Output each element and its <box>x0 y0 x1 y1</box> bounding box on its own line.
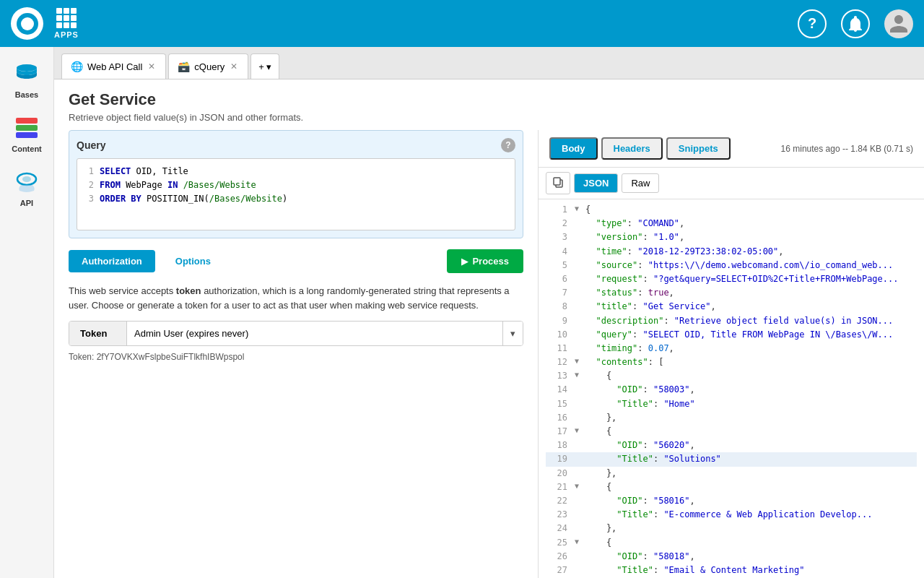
query-line-2: 2 FROM WebPage IN /Bases/Website <box>83 178 509 192</box>
add-tab-arrow: ▾ <box>266 61 271 72</box>
logo[interactable] <box>11 7 43 40</box>
sidebar: Bases Content API <box>0 47 54 578</box>
top-navigation: APPS ? <box>0 0 924 47</box>
json-toggle-25[interactable]: ▼ <box>575 536 583 548</box>
sidebar-content-label: Content <box>12 144 42 153</box>
process-button[interactable]: ▶ Process <box>447 249 523 273</box>
tab-web-api-close[interactable]: ✕ <box>147 61 157 72</box>
svg-rect-3 <box>16 132 38 138</box>
main-layout: Bases Content API <box>0 47 924 578</box>
page-title: Get Service <box>69 90 910 109</box>
json-toggle[interactable]: ▼ <box>575 203 583 215</box>
token-row: Token Admin User (expires never) ▾ <box>69 321 523 346</box>
tab-cquery-close[interactable]: ✕ <box>229 61 239 72</box>
query-editor[interactable]: 1 SELECT OID, Title 2 FROM WebPage IN /B… <box>77 158 515 230</box>
query-label: Query <box>77 139 105 151</box>
notifications-button[interactable] <box>841 9 870 38</box>
query-help-button[interactable]: ? <box>501 138 515 152</box>
json-toolbar: JSON Raw <box>539 168 924 199</box>
headers-tab[interactable]: Headers <box>601 137 663 160</box>
api-icon <box>15 172 38 197</box>
sidebar-bases-label: Bases <box>15 90 38 99</box>
tab-web-api-call[interactable]: 🌐 Web API Call ✕ <box>61 53 166 79</box>
help-button[interactable]: ? <box>798 9 827 38</box>
query-header: Query ? <box>77 138 515 152</box>
snippets-tab[interactable]: Snippets <box>666 137 731 160</box>
left-panel: Query ? 1 SELECT OID, Title 2 FROM WebPa… <box>54 130 538 578</box>
nav-icons: ? <box>798 9 913 38</box>
auth-description: This web service accepts token authoriza… <box>69 284 523 312</box>
svg-rect-7 <box>554 178 560 185</box>
query-line-1: 1 SELECT OID, Title <box>83 165 509 178</box>
content-area: 🌐 Web API Call ✕ 🗃️ cQuery ✕ + ▾ Get Ser… <box>54 47 924 578</box>
apps-button[interactable]: APPS <box>54 8 79 39</box>
sidebar-item-bases[interactable]: Bases <box>0 58 53 105</box>
response-header: Body Headers Snippets 16 minutes ago -- … <box>539 130 924 168</box>
token-value: Token: 2fY7OVKXwFslpbeSuiFTlkfhIBWpspol <box>69 352 523 362</box>
authorization-button[interactable]: Authorization <box>69 250 155 272</box>
json-line: 1 ▼ { <box>546 203 917 217</box>
svg-rect-1 <box>16 118 38 124</box>
right-panel: Body Headers Snippets 16 minutes ago -- … <box>538 130 924 578</box>
action-buttons: Authorization Options ▶ Process <box>69 249 523 273</box>
body-tab[interactable]: Body <box>549 137 598 160</box>
svg-point-0 <box>17 64 37 72</box>
tabs-bar: 🌐 Web API Call ✕ 🗃️ cQuery ✕ + ▾ <box>54 47 924 79</box>
sidebar-item-content[interactable]: Content <box>0 112 53 159</box>
json-toggle-13[interactable]: ▼ <box>575 369 583 381</box>
svg-point-5 <box>22 176 31 182</box>
token-label: Token <box>69 322 127 345</box>
token-dropdown-arrow[interactable]: ▾ <box>502 322 523 345</box>
web-api-icon: 🌐 <box>71 61 83 72</box>
page-content: Get Service Retrieve object field value(… <box>54 79 924 578</box>
json-viewer[interactable]: 1 ▼ { 2 "type": "COMAND", 3 <box>539 199 924 578</box>
process-icon: ▶ <box>461 256 468 267</box>
json-toggle-12[interactable]: ▼ <box>575 355 583 367</box>
page-subtitle: Retrieve object field value(s) in JSON a… <box>69 112 910 123</box>
user-avatar[interactable] <box>884 9 913 38</box>
process-label: Process <box>472 256 509 267</box>
cquery-icon: 🗃️ <box>178 61 190 72</box>
copy-json-button[interactable] <box>546 172 570 194</box>
options-button[interactable]: Options <box>162 250 224 272</box>
tab-cquery-label: cQuery <box>194 61 225 72</box>
bases-icon <box>15 64 38 88</box>
tab-web-api-label: Web API Call <box>87 61 142 72</box>
json-format-button[interactable]: JSON <box>574 173 618 193</box>
add-tab-icon: + <box>258 61 264 72</box>
json-toggle-21[interactable]: ▼ <box>575 480 583 492</box>
page-header: Get Service Retrieve object field value(… <box>54 79 924 130</box>
json-raw-button[interactable]: Raw <box>622 173 659 193</box>
apps-label: APPS <box>54 30 79 39</box>
json-toggle-17[interactable]: ▼ <box>575 425 583 436</box>
apps-grid-icon <box>56 8 77 28</box>
query-box: Query ? 1 SELECT OID, Title 2 FROM WebPa… <box>69 130 523 238</box>
sidebar-api-label: API <box>20 199 33 207</box>
query-line-3: 3 ORDER BY POSITION_IN(/Bases/Website) <box>83 192 509 206</box>
split-layout: Query ? 1 SELECT OID, Title 2 FROM WebPa… <box>54 130 924 578</box>
tab-cquery[interactable]: 🗃️ cQuery ✕ <box>168 53 248 79</box>
sidebar-item-api[interactable]: API <box>0 166 53 213</box>
svg-rect-2 <box>16 125 38 131</box>
response-meta: 16 minutes ago -- 1.84 KB (0.71 s) <box>781 144 913 154</box>
content-icon <box>16 118 38 142</box>
add-tab-button[interactable]: + ▾ <box>250 53 279 79</box>
token-select[interactable]: Admin User (expires never) <box>127 322 502 345</box>
